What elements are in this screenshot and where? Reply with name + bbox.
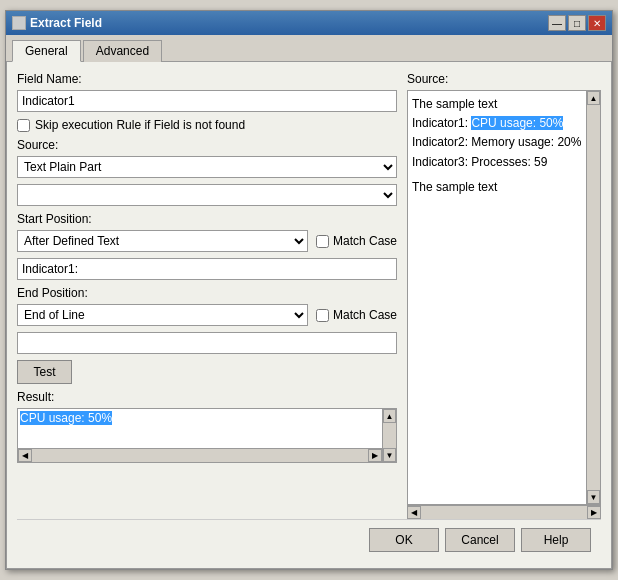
end-position-label: End Position:	[17, 286, 397, 300]
test-button[interactable]: Test	[17, 360, 72, 384]
start-text-group	[17, 258, 397, 280]
end-text-input[interactable]	[17, 332, 397, 354]
ok-button[interactable]: OK	[369, 528, 439, 552]
sub-source-select[interactable]	[17, 184, 397, 206]
field-name-label: Field Name:	[17, 72, 397, 86]
result-wrapper: CPU usage: 50% ◀ ▶ ▲ ▼	[17, 408, 397, 463]
indicator1-prefix: Indicator1:	[412, 116, 471, 130]
sample-text-1: The sample text	[412, 97, 497, 111]
end-text-group	[17, 332, 397, 354]
main-content: Field Name: Skip execution Rule if Field…	[6, 62, 612, 569]
window-icon	[12, 16, 26, 30]
v-scroll-track	[383, 423, 396, 448]
indicator1-highlight: CPU usage: 50%	[471, 116, 563, 130]
end-match-case-row: Match Case	[316, 308, 397, 322]
start-position-select-wrapper: After Defined Text	[17, 230, 308, 252]
window-title: Extract Field	[30, 16, 102, 30]
h-scroll-track	[32, 449, 368, 462]
left-panel: Field Name: Skip execution Rule if Field…	[17, 72, 397, 519]
source-v-track	[587, 105, 600, 490]
end-position-select-wrapper: End of Line	[17, 304, 308, 326]
source-select[interactable]: Text Plain Part	[17, 156, 397, 178]
end-position-row: End of Line Match Case	[17, 304, 397, 326]
title-bar: Extract Field — □ ✕	[6, 11, 612, 35]
start-match-case-row: Match Case	[316, 234, 397, 248]
tabs-bar: General Advanced	[6, 35, 612, 62]
field-name-input[interactable]	[17, 90, 397, 112]
main-body: Field Name: Skip execution Rule if Field…	[17, 72, 601, 519]
minimize-button[interactable]: —	[548, 15, 566, 31]
test-button-wrapper: Test	[17, 360, 397, 384]
start-position-label: Start Position:	[17, 212, 397, 226]
source-v-scrollbar: ▲ ▼	[586, 91, 600, 504]
source-sample-line2: The sample text	[412, 178, 582, 197]
tab-advanced[interactable]: Advanced	[83, 40, 162, 62]
result-value: CPU usage: 50%	[20, 411, 112, 425]
maximize-button[interactable]: □	[568, 15, 586, 31]
close-button[interactable]: ✕	[588, 15, 606, 31]
scroll-left-arrow[interactable]: ◀	[18, 449, 32, 462]
source-scroll-right[interactable]: ▶	[587, 506, 601, 519]
end-position-group: End Position: End of Line Match Case	[17, 286, 397, 326]
source-h-track	[421, 506, 587, 519]
skip-checkbox[interactable]	[17, 119, 30, 132]
title-buttons: — □ ✕	[548, 15, 606, 31]
source-scroll-up[interactable]: ▲	[587, 91, 600, 105]
sample-text-2: The sample text	[412, 180, 497, 194]
tab-general[interactable]: General	[12, 40, 81, 62]
source-label: Source:	[17, 138, 397, 152]
source-indicator3-line: Indicator3: Processes: 59	[412, 153, 582, 172]
result-v-scrollbar: ▲ ▼	[382, 409, 396, 462]
start-match-case-label: Match Case	[333, 234, 397, 248]
start-position-select[interactable]: After Defined Text	[17, 230, 308, 252]
right-panel: Source: The sample text Indicator1: CPU …	[407, 72, 601, 519]
title-bar-left: Extract Field	[12, 16, 102, 30]
field-name-group: Field Name:	[17, 72, 397, 112]
end-position-select[interactable]: End of Line	[17, 304, 308, 326]
extract-field-window: Extract Field — □ ✕ General Advanced Fie…	[5, 10, 613, 570]
source-wrapper: The sample text Indicator1: CPU usage: 5…	[407, 90, 601, 519]
skip-checkbox-row: Skip execution Rule if Field is not foun…	[17, 118, 397, 132]
start-position-group: Start Position: After Defined Text Match…	[17, 212, 397, 252]
source-scroll-down[interactable]: ▼	[587, 490, 600, 504]
result-group: Result: CPU usage: 50% ◀ ▶	[17, 390, 397, 463]
end-match-case-label: Match Case	[333, 308, 397, 322]
source-text-area: The sample text Indicator1: CPU usage: 5…	[408, 91, 586, 504]
cancel-button[interactable]: Cancel	[445, 528, 515, 552]
result-box: CPU usage: 50%	[18, 409, 382, 448]
scroll-right-arrow[interactable]: ▶	[368, 449, 382, 462]
skip-label: Skip execution Rule if Field is not foun…	[35, 118, 245, 132]
sub-source-group	[17, 184, 397, 206]
scroll-up-arrow[interactable]: ▲	[383, 409, 396, 423]
source-preview-box: The sample text Indicator1: CPU usage: 5…	[407, 90, 601, 505]
source-group: Source: Text Plain Part	[17, 138, 397, 178]
scroll-down-arrow[interactable]: ▼	[383, 448, 396, 462]
result-h-scrollbar: ◀ ▶	[18, 448, 382, 462]
source-scroll-left[interactable]: ◀	[407, 506, 421, 519]
help-button[interactable]: Help	[521, 528, 591, 552]
source-preview-label: Source:	[407, 72, 601, 86]
footer: OK Cancel Help	[17, 519, 601, 558]
start-position-row: After Defined Text Match Case	[17, 230, 397, 252]
source-sample-line1: The sample text	[412, 95, 582, 114]
start-match-case-checkbox[interactable]	[316, 235, 329, 248]
source-indicator1-line: Indicator1: CPU usage: 50%	[412, 114, 582, 133]
start-text-input[interactable]	[17, 258, 397, 280]
source-indicator2-line: Indicator2: Memory usage: 20%	[412, 133, 582, 152]
end-match-case-checkbox[interactable]	[316, 309, 329, 322]
result-label: Result:	[17, 390, 397, 404]
source-h-scrollbar: ◀ ▶	[407, 505, 601, 519]
